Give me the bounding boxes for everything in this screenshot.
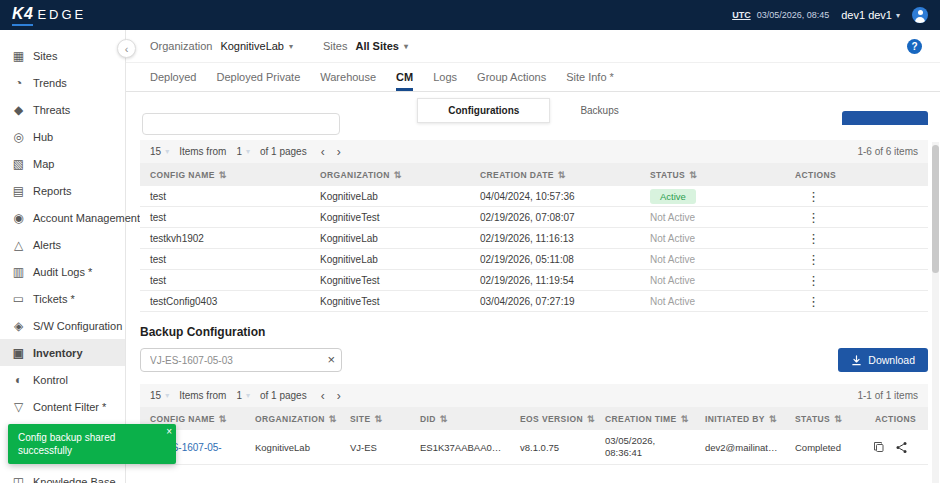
toast-message: Config backup shared successfully (18, 432, 115, 456)
sidebar-collapse-button[interactable]: ‹ (117, 39, 136, 58)
next-page-icon[interactable]: › (337, 390, 341, 402)
sidebar-item-tickets[interactable]: ▭Tickets * (0, 285, 125, 312)
tab-group-actions[interactable]: Group Actions (477, 63, 546, 91)
creation-date-cell: 02/19/2026, 07:08:07 (470, 212, 640, 223)
sidebar-item-audit-logs[interactable]: ▥Audit Logs * (0, 258, 125, 285)
sidebar-item-alerts[interactable]: △Alerts (0, 231, 125, 258)
did-cell: ES1K37AABAA001607 (410, 442, 510, 453)
threats-icon: ◆ (12, 103, 25, 117)
sidebar-item-knowledge-base[interactable]: ◫Knowledge Base (0, 468, 125, 483)
toast-close-icon[interactable]: × (166, 425, 172, 438)
sidebar-item-map[interactable]: ▧Map (0, 150, 125, 177)
page-number-select[interactable]: 1 ▾ (236, 146, 250, 157)
column-header: CONFIG NAME (150, 170, 215, 180)
page-number-select[interactable]: 1 ▾ (236, 390, 250, 401)
sidebar-item-label: Sites (33, 50, 57, 62)
sites-select[interactable]: All Sites ▾ (355, 40, 407, 52)
filters-row: Organization KognitiveLab ▾ Sites All Si… (126, 30, 940, 63)
share-icon[interactable] (895, 441, 908, 454)
sidebar-item-sw-configuration[interactable]: ◈S/W Configuration (0, 312, 125, 339)
prev-page-icon[interactable]: ‹ (321, 390, 325, 402)
page-size-select[interactable]: 15 ▾ (150, 390, 169, 401)
sort-icon[interactable]: ⇅ (681, 414, 689, 424)
column-header: ACTIONS (875, 414, 916, 424)
chevron-down-icon: ▾ (404, 42, 408, 51)
column-header: DID (420, 414, 436, 424)
subtab-configurations[interactable]: Configurations (417, 98, 550, 123)
clear-search-icon[interactable]: × (327, 352, 335, 368)
sort-icon[interactable]: ⇅ (219, 170, 227, 180)
sort-icon[interactable]: ⇅ (587, 414, 595, 424)
utc-timezone-link[interactable]: UTC (732, 10, 751, 20)
config-name-cell: test (140, 212, 310, 223)
download-label: Download (868, 354, 915, 366)
sidebar-item-account-management[interactable]: ◉Account Management (0, 204, 125, 231)
column-header: CONFIG NAME (150, 414, 215, 424)
tickets-icon: ▭ (12, 292, 25, 306)
creation-date-cell: 02/19/2026, 05:11:08 (470, 254, 640, 265)
row-actions-menu-icon[interactable]: ⋮ (795, 273, 820, 288)
download-button[interactable]: Download (838, 348, 928, 372)
account-icon: ◉ (12, 211, 25, 225)
row-actions-menu-icon[interactable]: ⋮ (795, 189, 820, 204)
sidebar-item-content-filter[interactable]: ▽Content Filter * (0, 393, 125, 420)
sidebar-item-hub[interactable]: ◎Hub (0, 123, 125, 150)
tab-deployed-private[interactable]: Deployed Private (216, 63, 300, 91)
sidebar-item-threats[interactable]: ◆Threats (0, 96, 125, 123)
sort-icon[interactable]: ⇅ (769, 414, 777, 424)
copy-icon[interactable] (873, 441, 885, 453)
sort-icon[interactable]: ⇅ (375, 414, 383, 424)
config-name-cell: test (140, 254, 310, 265)
user-menu[interactable]: dev1 dev1 ▾ (841, 9, 900, 21)
next-page-icon[interactable]: › (337, 146, 341, 158)
sidebar-item-sites[interactable]: ▦Sites (0, 42, 125, 69)
subtab-backups[interactable]: Backups (550, 99, 648, 122)
page-size-select[interactable]: 15 ▾ (150, 146, 169, 157)
tabs-row: Deployed Deployed Private Warehouse CM L… (126, 63, 940, 92)
row-actions-menu-icon[interactable]: ⋮ (795, 252, 820, 267)
user-avatar-icon[interactable] (912, 7, 928, 23)
sort-icon[interactable]: ⇅ (394, 170, 402, 180)
page-size-value: 15 (150, 146, 161, 157)
sort-icon[interactable]: ⇅ (440, 414, 448, 424)
organization-cell: KognitiveTest (310, 296, 470, 307)
help-icon[interactable]: ? (907, 39, 922, 54)
table-row: VJ-ES-1607-05- KognitiveLab VJ-ES ES1K37… (140, 430, 928, 465)
vertical-scrollbar-thumb[interactable] (932, 145, 939, 273)
sort-icon[interactable]: ⇅ (689, 170, 697, 180)
sort-icon[interactable]: ⇅ (219, 414, 227, 424)
row-actions-menu-icon[interactable]: ⋮ (795, 294, 820, 309)
chevron-down-icon: ▾ (165, 391, 169, 400)
row-actions-menu-icon[interactable]: ⋮ (795, 231, 820, 246)
map-icon: ▧ (12, 157, 25, 171)
sidebar-item-kontrol[interactable]: ◐Kontrol (0, 366, 125, 393)
prev-page-icon[interactable]: ‹ (321, 146, 325, 158)
sort-icon[interactable]: ⇅ (834, 414, 842, 424)
sidebar-item-label: Threats (33, 104, 70, 116)
status-text: Not Active (640, 275, 785, 286)
organization-cell: KognitiveLab (310, 233, 470, 244)
scrolled-partial-button[interactable] (842, 111, 928, 125)
tab-logs[interactable]: Logs (433, 63, 457, 91)
eos-version-cell: v8.1.0.75 (510, 442, 595, 453)
current-datetime: 03/05/2026, 08:45 (757, 10, 830, 20)
tab-site-info[interactable]: Site Info * (566, 63, 614, 91)
initiated-by-cell: dev2@mailinator... (695, 442, 785, 453)
inventory-icon: ▣ (12, 346, 25, 360)
backup-search-input[interactable] (140, 348, 342, 372)
tab-warehouse[interactable]: Warehouse (320, 63, 376, 91)
sidebar-item-reports[interactable]: ▤Reports (0, 177, 125, 204)
row-actions-menu-icon[interactable]: ⋮ (795, 210, 820, 225)
config-name-cell: test (140, 191, 310, 202)
alerts-icon: △ (12, 238, 25, 252)
sort-icon[interactable]: ⇅ (558, 170, 566, 180)
tab-deployed[interactable]: Deployed (150, 63, 196, 91)
sidebar-item-trends[interactable]: ◔Trends (0, 69, 125, 96)
backup-table-header: CONFIG NAME⇅ ORGANIZATION⇅ SITE⇅ DID⇅ EO… (140, 407, 928, 430)
scrolled-partial-input[interactable] (142, 113, 340, 135)
organization-select[interactable]: KognitiveLab ▾ (220, 40, 293, 52)
sidebar-item-inventory[interactable]: ▣Inventory (0, 339, 125, 366)
config-table-header: CONFIG NAME⇅ ORGANIZATION⇅ CREATION DATE… (140, 163, 928, 186)
sort-icon[interactable]: ⇅ (329, 414, 337, 424)
tab-cm[interactable]: CM (396, 63, 413, 91)
